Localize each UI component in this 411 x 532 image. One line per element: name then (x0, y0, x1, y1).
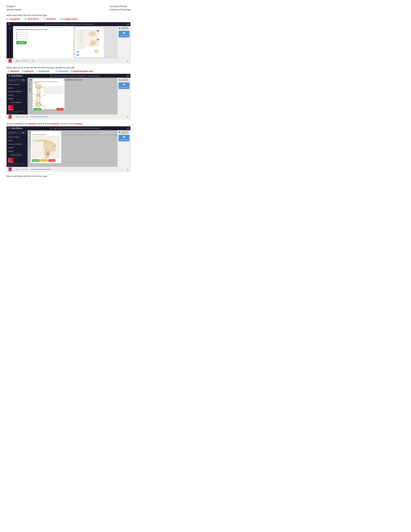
close-icon2[interactable]: ✕ (62, 79, 64, 81)
progress-wrap1: 100 items left (20, 60, 127, 62)
resources-panel1: 📚 SUGGESTED RESOURCES 📖 Read about this (118, 26, 131, 58)
skeleton-image (76, 30, 86, 49)
answer-box-a-modal2[interactable] (44, 86, 64, 87)
answer-input-d1[interactable] (19, 38, 28, 39)
know-it-btn3[interactable]: I know it (32, 159, 40, 162)
profile-icon[interactable]: ⊕ (127, 23, 129, 25)
know-it-btn2[interactable]: I know it (34, 108, 41, 110)
read-button1[interactable]: 📄 Read (13, 60, 20, 62)
section3-instruction: Arrow A pointing to the Clavicle; arrow … (6, 123, 131, 125)
doc-icon1: 📄 (14, 60, 16, 62)
arrow-left-icon3: ← (8, 154, 10, 156)
lock-icon3: 🔒 (127, 169, 129, 170)
progress-bar1 (31, 61, 125, 61)
resources-header1: 📚 SUGGESTED RESOURCES (119, 27, 130, 30)
arrow-label-b: B (44, 105, 45, 107)
not-sure-btn3[interactable]: Not sure (40, 159, 48, 162)
profile-icon3[interactable]: ⊕ (127, 127, 129, 129)
know-it-button1[interactable]: I know it (16, 41, 27, 44)
answer-box-b-modal2[interactable] (44, 88, 64, 89)
shoulder-diagram3: A B C (32, 136, 60, 159)
answer-input-b1[interactable] (19, 34, 28, 35)
copyright3: © 2020 McGraw-Hill Education All rights … (8, 163, 26, 166)
username3: Emily Pallesen (11, 127, 23, 129)
leave-btn3[interactable]: ← Leave SmartBook (7, 153, 28, 157)
read-about-btn3[interactable]: 📖 Read about this (119, 135, 130, 141)
no-idea-btn3[interactable]: No idea (48, 159, 56, 162)
close-icon1[interactable]: ✕ (102, 28, 103, 29)
progress-bar2 (31, 116, 125, 117)
sidebar3: 🔍 Table of Contents Library Notes and Un… (7, 130, 28, 167)
bone-modal1: ✕ (75, 27, 104, 57)
items-left3: 79 items left (20, 169, 28, 170)
modal-question2: Match each arrow on the left with the bo… (34, 80, 64, 84)
long-bone-diagram2: E C D A B (34, 85, 43, 107)
sidebar-library2[interactable]: Library (7, 86, 28, 90)
course-title: Anatomy & Physiology (110, 8, 131, 11)
sidebar2: 🔍 Table of Contents Library Notes and Un… (7, 78, 28, 114)
arrow-left-icon2: ← (8, 102, 10, 103)
appbar1: ☰ A&P - Hole's Human Anatomy & Physiolog… (7, 22, 131, 26)
sidebar-notes3[interactable]: Notes and Underlines (7, 142, 28, 146)
chapter-info: Chapter 6 Skeletal System (6, 5, 21, 11)
sidebar-notes2[interactable]: Notes and Underlines (7, 90, 28, 93)
book-icon3: 📖 (119, 136, 129, 139)
answer-input-c1[interactable] (19, 36, 28, 37)
leave-btn2[interactable]: ← Leave SmartBook (7, 100, 28, 104)
svg-point-11 (95, 50, 98, 53)
resources-title3: SUGGESTED RESOURCES (121, 131, 130, 134)
hamburger-icon3[interactable]: ☰ (8, 127, 10, 129)
sidebar-reports3[interactable]: Reports (7, 146, 28, 150)
bone-label-c: C. Flat Bone (44, 18, 56, 20)
search-box2: 🔍 (8, 79, 26, 82)
label-diaphysis: Diaphysis (10, 70, 19, 72)
modal-buttons2: I know it No idea (34, 108, 64, 110)
menu-icon1[interactable]: ☰ (9, 28, 11, 29)
read-button3[interactable]: 📄 Read (13, 168, 20, 171)
section2-labels: A. Diaphysis B. Epiphysis C. Endosteum D… (6, 70, 131, 72)
svg-point-10 (90, 43, 93, 46)
bone-image-h2: H (86, 38, 99, 47)
read-about-btn2[interactable]: 📖 Read about this (119, 82, 130, 89)
answer-box-e-modal2[interactable] (44, 93, 64, 94)
sidebar-toc3[interactable]: Table of Contents (7, 135, 28, 139)
resources-panel3: 📚 SUGGESTED RESOURCES 📖 Read about this (118, 130, 131, 167)
bottom-bar2: McGrawHill 📄 Read 82 items left 🔒 (7, 114, 131, 119)
read-button2[interactable]: 📄 Read (13, 116, 20, 118)
bone-images1: H H (76, 28, 103, 49)
answer-box-d-modal2[interactable] (44, 91, 64, 92)
section4-instruction: Match each letter with the correct bone … (6, 175, 131, 177)
svg-line-18 (34, 94, 37, 96)
search-input2[interactable] (9, 79, 22, 81)
svg-point-0 (80, 30, 82, 33)
sidebar-settings3[interactable]: Settings (7, 150, 28, 153)
book-icon1: 📖 (119, 32, 129, 35)
progress-wrap2: 82 items left (20, 116, 127, 118)
bone-type-images: H H (86, 30, 99, 49)
label-epiphyseal: Epiphyseal plate (line) (73, 70, 93, 72)
sidebar-toc2[interactable]: Table of Contents (7, 83, 28, 86)
answer-row-c1: C (16, 36, 70, 38)
close-icon3[interactable]: ✕ (59, 132, 60, 134)
app-title3: A&P - Hole's Human Anatomy & Physiology … (23, 127, 127, 129)
sidebar-settings2[interactable]: Settings (7, 97, 28, 100)
profile-icon2[interactable]: ⊕ (127, 75, 129, 77)
assignment-title: Homework Review (110, 5, 131, 8)
bone-label-b: B. Short Bone (25, 18, 39, 20)
no-idea-btn2[interactable]: No idea (56, 108, 64, 110)
search-input3[interactable] (9, 132, 22, 133)
sidebar-library3[interactable]: Library (7, 139, 28, 142)
hamburger-icon[interactable]: ☰ (8, 23, 10, 25)
svg-point-16 (35, 103, 42, 107)
bone-badge-h2: H (97, 39, 99, 40)
hamburger-icon2[interactable]: ☰ (8, 75, 10, 77)
answer-input-a1[interactable] (19, 32, 28, 33)
read-about-btn1[interactable]: 📖 Read about this (119, 31, 130, 38)
bone-image-h1: H (86, 30, 99, 38)
assignment-info: Homework Review Anatomy & Physiology (110, 5, 131, 11)
svg-line-19 (40, 96, 42, 97)
logo-read-wrap2: McGrawHill 📄 Read (9, 115, 20, 119)
sidebar-reports2[interactable]: Reports (7, 93, 28, 97)
answer-box-c-modal2[interactable] (44, 89, 64, 90)
app-title2: A&P - Hole's Human Anatomy & Physiology … (23, 75, 127, 76)
